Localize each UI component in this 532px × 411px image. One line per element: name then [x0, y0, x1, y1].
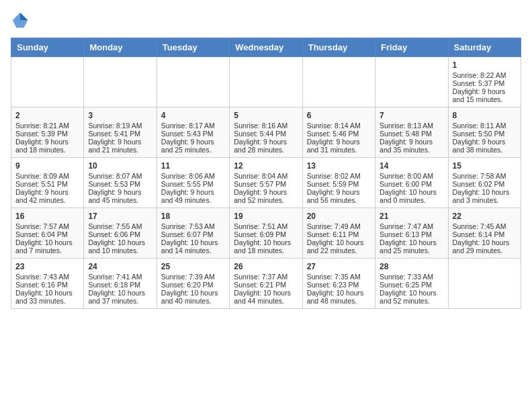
day-of-week-header: Saturday [448, 38, 521, 57]
calendar-cell: 24Sunrise: 7:41 AMSunset: 6:18 PMDayligh… [84, 259, 157, 309]
day-info: Daylight: 9 hours and 15 minutes. [453, 87, 517, 103]
day-info: Sunset: 5:57 PM [234, 180, 298, 188]
day-number: 4 [161, 111, 225, 120]
day-number: 8 [453, 111, 517, 120]
calendar-cell: 3Sunrise: 8:19 AMSunset: 5:41 PMDaylight… [84, 107, 157, 158]
day-info: Daylight: 10 hours and 0 minutes. [380, 188, 443, 204]
day-info: Sunset: 6:23 PM [307, 281, 371, 289]
calendar-cell: 17Sunrise: 7:55 AMSunset: 6:06 PMDayligh… [84, 208, 157, 259]
day-number: 17 [88, 212, 152, 221]
day-info: Sunrise: 8:16 AM [234, 122, 298, 130]
day-number: 6 [307, 111, 371, 120]
logo [11, 11, 32, 30]
day-info: Daylight: 9 hours and 56 minutes. [307, 188, 371, 204]
day-number: 10 [88, 161, 152, 171]
calendar-cell: 20Sunrise: 7:49 AMSunset: 6:11 PMDayligh… [302, 208, 375, 259]
day-info: Sunrise: 7:39 AM [161, 273, 225, 281]
day-of-week-header: Tuesday [157, 38, 229, 57]
day-info: Sunrise: 8:19 AM [88, 122, 152, 130]
day-info: Sunset: 6:21 PM [234, 281, 298, 289]
day-info: Sunset: 6:04 PM [15, 230, 79, 238]
day-info: Daylight: 10 hours and 25 minutes. [380, 238, 443, 255]
day-info: Sunset: 5:53 PM [88, 180, 152, 188]
day-number: 13 [307, 161, 371, 171]
day-info: Sunset: 6:09 PM [234, 230, 298, 238]
day-number: 9 [15, 161, 79, 171]
day-number: 26 [234, 262, 298, 271]
day-info: Daylight: 9 hours and 45 minutes. [88, 188, 152, 204]
day-number: 7 [380, 111, 443, 120]
day-number: 12 [234, 161, 298, 171]
day-number: 27 [307, 262, 371, 271]
calendar-cell: 5Sunrise: 8:16 AMSunset: 5:44 PMDaylight… [230, 107, 302, 158]
day-info: Sunrise: 8:02 AM [307, 172, 371, 180]
calendar-cell: 8Sunrise: 8:11 AMSunset: 5:50 PMDaylight… [448, 107, 521, 158]
page-header [11, 11, 521, 30]
day-info: Daylight: 9 hours and 35 minutes. [380, 138, 443, 154]
calendar-table: SundayMondayTuesdayWednesdayThursdayFrid… [11, 38, 521, 309]
day-info: Daylight: 10 hours and 48 minutes. [307, 289, 371, 305]
calendar-week-row: 23Sunrise: 7:43 AMSunset: 6:16 PMDayligh… [11, 259, 521, 309]
calendar-cell: 12Sunrise: 8:04 AMSunset: 5:57 PMDayligh… [230, 158, 302, 208]
day-info: Sunset: 5:50 PM [453, 130, 517, 138]
day-info: Daylight: 9 hours and 18 minutes. [15, 138, 79, 154]
calendar-cell: 4Sunrise: 8:17 AMSunset: 5:43 PMDaylight… [157, 107, 229, 158]
day-info: Daylight: 10 hours and 18 minutes. [234, 238, 298, 255]
day-number: 5 [234, 111, 298, 120]
calendar-cell: 16Sunrise: 7:57 AMSunset: 6:04 PMDayligh… [11, 208, 84, 259]
calendar-week-row: 2Sunrise: 8:21 AMSunset: 5:39 PMDaylight… [11, 107, 521, 158]
day-info: Sunset: 6:06 PM [88, 230, 152, 238]
calendar-cell: 13Sunrise: 8:02 AMSunset: 5:59 PMDayligh… [302, 158, 375, 208]
day-number: 20 [307, 212, 371, 221]
day-info: Sunset: 6:00 PM [380, 180, 443, 188]
day-of-week-header: Thursday [302, 38, 375, 57]
day-info: Sunrise: 7:43 AM [15, 273, 79, 281]
day-info: Sunrise: 7:49 AM [307, 222, 371, 230]
calendar-cell: 26Sunrise: 7:37 AMSunset: 6:21 PMDayligh… [230, 259, 302, 309]
day-info: Sunrise: 8:07 AM [88, 172, 152, 180]
day-of-week-header: Friday [375, 38, 448, 57]
day-number: 28 [380, 262, 443, 271]
calendar-cell: 15Sunrise: 7:58 AMSunset: 6:02 PMDayligh… [448, 158, 521, 208]
calendar-cell: 25Sunrise: 7:39 AMSunset: 6:20 PMDayligh… [157, 259, 229, 309]
calendar-cell: 11Sunrise: 8:06 AMSunset: 5:55 PMDayligh… [157, 158, 229, 208]
day-info: Daylight: 9 hours and 42 minutes. [15, 188, 79, 204]
calendar-cell [157, 57, 229, 107]
svg-marker-1 [20, 13, 28, 20]
day-info: Sunrise: 7:58 AM [453, 172, 517, 180]
day-info: Sunrise: 7:51 AM [234, 222, 298, 230]
day-info: Sunrise: 8:14 AM [307, 122, 371, 130]
calendar-week-row: 16Sunrise: 7:57 AMSunset: 6:04 PMDayligh… [11, 208, 521, 259]
day-info: Daylight: 10 hours and 3 minutes. [453, 188, 517, 204]
calendar-header-row: SundayMondayTuesdayWednesdayThursdayFrid… [11, 38, 521, 57]
calendar-cell: 21Sunrise: 7:47 AMSunset: 6:13 PMDayligh… [375, 208, 448, 259]
day-number: 3 [88, 111, 152, 120]
day-info: Daylight: 9 hours and 38 minutes. [453, 138, 517, 154]
calendar-cell: 18Sunrise: 7:53 AMSunset: 6:07 PMDayligh… [157, 208, 229, 259]
day-info: Sunset: 6:11 PM [307, 230, 371, 238]
calendar-cell: 23Sunrise: 7:43 AMSunset: 6:16 PMDayligh… [11, 259, 84, 309]
day-info: Sunset: 5:59 PM [307, 180, 371, 188]
day-number: 14 [380, 161, 443, 171]
day-number: 15 [453, 161, 517, 171]
calendar-cell [84, 57, 157, 107]
calendar-cell: 28Sunrise: 7:33 AMSunset: 6:25 PMDayligh… [375, 259, 448, 309]
day-number: 11 [161, 161, 225, 171]
calendar-cell: 19Sunrise: 7:51 AMSunset: 6:09 PMDayligh… [230, 208, 302, 259]
calendar-cell: 9Sunrise: 8:09 AMSunset: 5:51 PMDaylight… [11, 158, 84, 208]
day-info: Daylight: 10 hours and 10 minutes. [88, 238, 152, 255]
day-info: Sunrise: 8:13 AM [380, 122, 443, 130]
day-info: Sunset: 6:02 PM [453, 180, 517, 188]
day-number: 22 [453, 212, 517, 221]
day-info: Daylight: 10 hours and 7 minutes. [15, 238, 79, 255]
day-info: Daylight: 9 hours and 31 minutes. [307, 138, 371, 154]
day-info: Sunrise: 8:21 AM [15, 122, 79, 130]
day-info: Sunset: 5:41 PM [88, 130, 152, 138]
day-info: Daylight: 10 hours and 44 minutes. [234, 289, 298, 305]
day-info: Daylight: 10 hours and 37 minutes. [88, 289, 152, 305]
day-info: Daylight: 10 hours and 14 minutes. [161, 238, 225, 255]
day-info: Sunrise: 8:00 AM [380, 172, 443, 180]
day-info: Sunrise: 7:41 AM [88, 273, 152, 281]
day-info: Sunset: 6:20 PM [161, 281, 225, 289]
day-info: Daylight: 9 hours and 52 minutes. [234, 188, 298, 204]
